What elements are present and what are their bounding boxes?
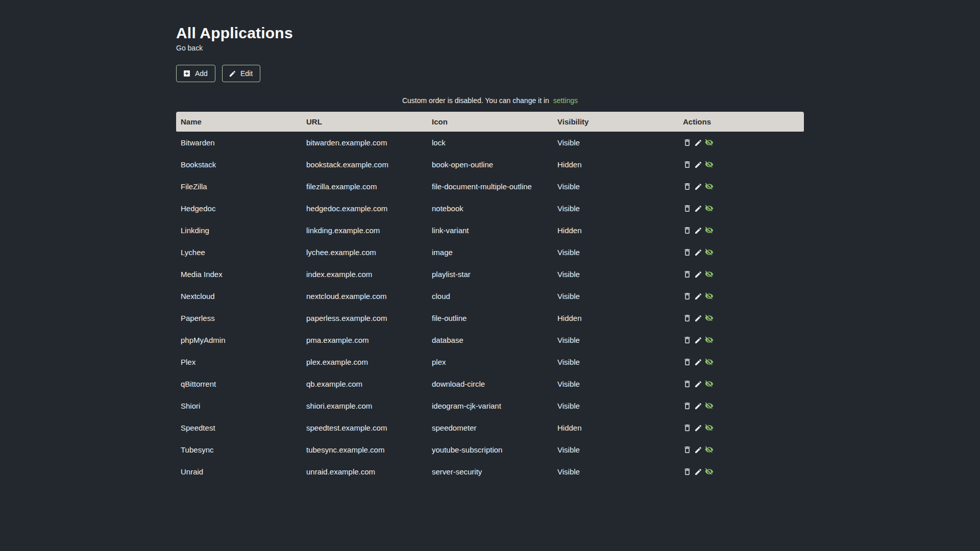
delete-button[interactable] <box>683 204 692 213</box>
delete-button[interactable] <box>683 226 692 235</box>
edit-row-button[interactable] <box>694 161 702 169</box>
cell-name: Bookstack <box>176 154 302 176</box>
edit-row-button[interactable] <box>694 446 702 454</box>
delete-button[interactable] <box>683 423 692 432</box>
table-row: Unraid unraid.example.com server-securit… <box>176 461 804 483</box>
go-back-link[interactable]: Go back <box>176 44 203 52</box>
pencil-icon <box>694 468 702 476</box>
cell-url: speedtest.example.com <box>302 417 427 439</box>
cell-icon: database <box>427 329 553 351</box>
edit-row-button[interactable] <box>694 227 702 235</box>
toggle-visibility-button[interactable] <box>705 248 714 257</box>
edit-button-label: Edit <box>240 69 253 78</box>
table-row: Nextcloud nextcloud.example.com cloud Vi… <box>176 285 804 307</box>
edit-row-button[interactable] <box>694 248 702 257</box>
delete-button[interactable] <box>683 292 692 300</box>
delete-button[interactable] <box>683 270 692 279</box>
delete-button[interactable] <box>683 160 692 169</box>
row-actions <box>683 402 799 410</box>
column-header-url: URL <box>302 112 427 132</box>
cell-url: index.example.com <box>302 263 427 285</box>
cell-icon: file-outline <box>427 307 553 329</box>
cell-visibility: Visible <box>553 176 678 197</box>
edit-row-button[interactable] <box>694 205 702 213</box>
cell-visibility: Hidden <box>553 219 678 241</box>
cell-name: qBittorrent <box>176 373 302 395</box>
pencil-icon <box>694 380 702 388</box>
edit-button[interactable]: Edit <box>222 65 260 82</box>
table-row: Bitwarden bitwarden.example.com lock Vis… <box>176 132 804 154</box>
table-body: Bitwarden bitwarden.example.com lock Vis… <box>176 132 804 483</box>
cell-icon: plex <box>427 351 553 373</box>
trash-icon <box>683 292 692 300</box>
cell-name: Speedtest <box>176 417 302 439</box>
toolbar: Add Edit <box>176 65 804 82</box>
edit-row-button[interactable] <box>694 139 702 147</box>
row-actions <box>683 445 799 454</box>
edit-row-button[interactable] <box>694 314 702 322</box>
settings-link[interactable]: settings <box>553 96 578 105</box>
edit-row-button[interactable] <box>694 292 702 300</box>
plus-box-icon <box>183 69 191 78</box>
cell-icon: cloud <box>427 285 553 307</box>
edit-row-button[interactable] <box>694 380 702 388</box>
edit-row-button[interactable] <box>694 336 702 344</box>
table-row: Media Index index.example.com playlist-s… <box>176 263 804 285</box>
toggle-visibility-button[interactable] <box>705 204 714 213</box>
cell-name: Paperless <box>176 307 302 329</box>
delete-button[interactable] <box>683 445 692 454</box>
edit-row-button[interactable] <box>694 402 702 410</box>
edit-row-button[interactable] <box>694 358 702 366</box>
toggle-visibility-button[interactable] <box>705 423 714 432</box>
cell-visibility: Hidden <box>553 154 678 176</box>
toggle-visibility-button[interactable] <box>705 336 714 344</box>
cell-icon: youtube-subscription <box>427 439 553 461</box>
cell-visibility: Visible <box>553 285 678 307</box>
eye-off-icon <box>705 204 714 213</box>
add-button[interactable]: Add <box>176 65 215 82</box>
table-row: phpMyAdmin pma.example.com database Visi… <box>176 329 804 351</box>
delete-button[interactable] <box>683 402 692 410</box>
toggle-visibility-button[interactable] <box>705 292 714 300</box>
cell-visibility: Visible <box>553 395 678 417</box>
column-header-actions: Actions <box>678 112 804 132</box>
toggle-visibility-button[interactable] <box>705 182 714 191</box>
table-row: Plex plex.example.com plex Visible <box>176 351 804 373</box>
toggle-visibility-button[interactable] <box>705 138 714 147</box>
cell-name: Hedgedoc <box>176 197 302 219</box>
edit-row-button[interactable] <box>694 468 702 476</box>
toggle-visibility-button[interactable] <box>705 160 714 169</box>
cell-url: qb.example.com <box>302 373 427 395</box>
pencil-icon <box>694 183 702 191</box>
toggle-visibility-button[interactable] <box>705 314 714 322</box>
delete-button[interactable] <box>683 358 692 366</box>
edit-row-button[interactable] <box>694 424 702 432</box>
pencil-icon <box>694 314 702 322</box>
delete-button[interactable] <box>683 380 692 388</box>
eye-off-icon <box>705 226 714 235</box>
table-row: Shiori shiori.example.com ideogram-cjk-v… <box>176 395 804 417</box>
cell-icon: playlist-star <box>427 263 553 285</box>
toggle-visibility-button[interactable] <box>705 467 714 476</box>
toggle-visibility-button[interactable] <box>705 402 714 410</box>
cell-url: shiori.example.com <box>302 395 427 417</box>
row-actions <box>683 336 799 344</box>
row-actions <box>683 204 799 213</box>
pencil-icon <box>694 205 702 213</box>
toggle-visibility-button[interactable] <box>705 358 714 366</box>
edit-row-button[interactable] <box>694 183 702 191</box>
toggle-visibility-button[interactable] <box>705 445 714 454</box>
delete-button[interactable] <box>683 314 692 322</box>
toggle-visibility-button[interactable] <box>705 226 714 235</box>
delete-button[interactable] <box>683 336 692 344</box>
delete-button[interactable] <box>683 467 692 476</box>
delete-button[interactable] <box>683 248 692 257</box>
delete-button[interactable] <box>683 138 692 147</box>
delete-button[interactable] <box>683 182 692 191</box>
edit-row-button[interactable] <box>694 270 702 279</box>
cell-url: tubesync.example.com <box>302 439 427 461</box>
table-row: Lychee lychee.example.com image Visible <box>176 241 804 263</box>
toggle-visibility-button[interactable] <box>705 380 714 388</box>
pencil-icon <box>694 292 702 300</box>
toggle-visibility-button[interactable] <box>705 270 714 279</box>
